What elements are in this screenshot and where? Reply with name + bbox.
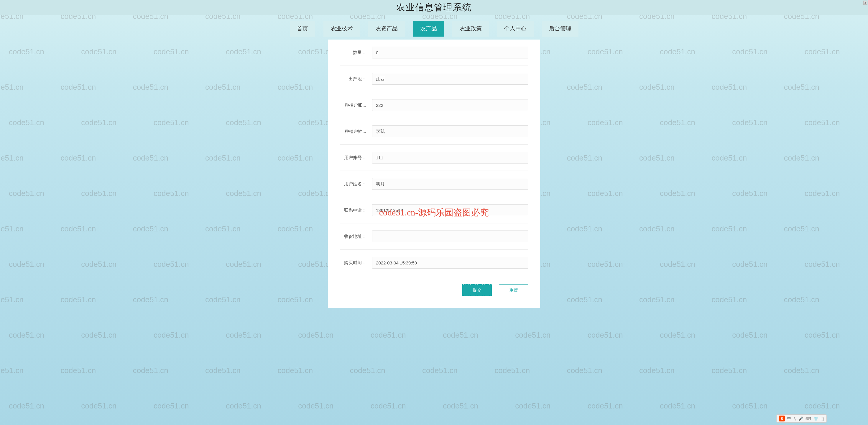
input-user-name[interactable]	[372, 178, 528, 190]
app-header: 农业信息管理系统	[0, 0, 868, 16]
input-phone[interactable]	[372, 204, 528, 216]
label-phone: 联系电话：	[340, 207, 366, 213]
ime-toolbar[interactable]: S 中 °, 🎤 ⌨ 👕 ⬚	[776, 414, 827, 423]
input-purchase-time[interactable]	[372, 257, 528, 268]
label-user-name: 用户姓名：	[340, 181, 366, 187]
label-user-account: 用户账号：	[340, 155, 366, 161]
ime-keyboard-icon[interactable]: ⌨	[805, 417, 811, 421]
field-user-account: 用户账号：	[340, 145, 528, 171]
ime-toolbox-icon[interactable]: ⬚	[820, 417, 824, 421]
label-grower-account: 种植户账...	[340, 103, 366, 108]
nav-user-center[interactable]: 个人中心	[497, 21, 534, 36]
label-origin: 出产地：	[340, 76, 366, 82]
field-quantity: 数量：	[340, 39, 528, 66]
submit-button[interactable]: 提交	[462, 284, 492, 296]
product-form: 数量： 出产地： 种植户账... 种植户姓... 用户账号： 用户姓名： 联系电…	[328, 39, 540, 308]
input-grower-name[interactable]	[372, 125, 528, 137]
nav-agri-tech[interactable]: 农业技术	[323, 21, 360, 36]
label-quantity: 数量：	[340, 50, 366, 55]
input-user-account[interactable]	[372, 152, 528, 164]
nav-agri-policy[interactable]: 农业政策	[452, 21, 489, 36]
field-address: 收货地址：	[340, 223, 528, 250]
input-origin[interactable]	[372, 73, 528, 85]
main-nav: 首页 农业技术 农资产品 农产品 农业政策 个人中心 后台管理	[0, 16, 868, 39]
reset-button[interactable]: 重置	[499, 284, 528, 296]
input-grower-account[interactable]	[372, 99, 528, 111]
field-phone: 联系电话：	[340, 197, 528, 223]
nav-admin[interactable]: 后台管理	[542, 21, 579, 36]
app-title: 农业信息管理系统	[396, 1, 472, 13]
ime-lang[interactable]: 中	[787, 416, 791, 421]
input-quantity[interactable]	[372, 47, 528, 58]
field-origin: 出产地：	[340, 66, 528, 92]
scrollbar-up-arrow[interactable]: ▲	[863, 1, 867, 5]
input-address[interactable]	[372, 230, 528, 242]
ime-mic-icon[interactable]: 🎤	[799, 417, 803, 421]
field-grower-name: 种植户姓...	[340, 118, 528, 145]
label-grower-name: 种植户姓...	[340, 129, 366, 134]
ime-logo-icon: S	[779, 416, 785, 422]
field-purchase-time: 购买时间：	[340, 250, 528, 276]
label-purchase-time: 购买时间：	[340, 260, 366, 266]
nav-home[interactable]: 首页	[290, 21, 315, 36]
nav-agri-product[interactable]: 农产品	[413, 21, 444, 36]
ime-skin-icon[interactable]: 👕	[813, 417, 818, 421]
field-grower-account: 种植户账...	[340, 92, 528, 118]
nav-agri-supply[interactable]: 农资产品	[368, 21, 405, 36]
ime-punct-icon[interactable]: °,	[794, 417, 796, 421]
label-address: 收货地址：	[340, 234, 366, 239]
field-user-name: 用户姓名：	[340, 171, 528, 197]
form-actions: 提交 重置	[340, 276, 528, 296]
